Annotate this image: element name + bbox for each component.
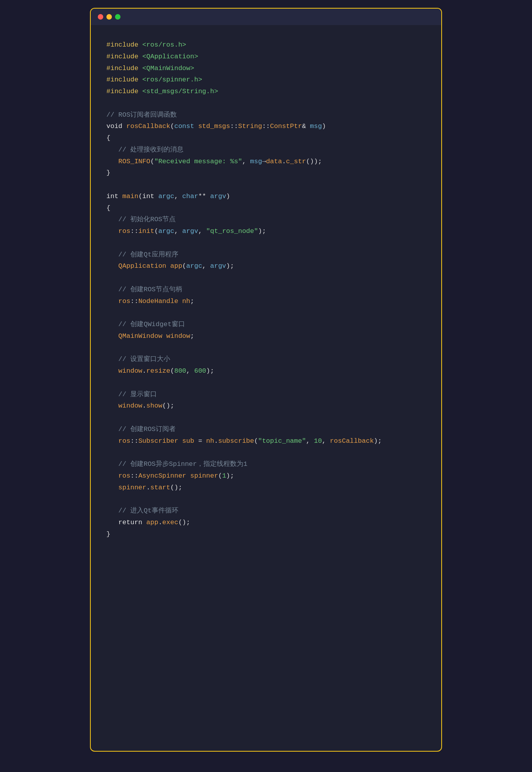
code-line: }	[106, 528, 426, 540]
code-line: // 进入Qt事件循环	[106, 505, 426, 517]
blank-line	[106, 97, 426, 109]
code-line: ros::NodeHandle nh;	[106, 296, 426, 307]
code-line: QMainWindow window;	[106, 330, 426, 342]
code-line: // 创建ROS订阅者	[106, 424, 426, 435]
code-line: // 显示窗口	[106, 389, 426, 400]
blank-line	[106, 493, 426, 505]
code-line: // ROS订阅者回调函数	[106, 109, 426, 121]
blank-line	[106, 377, 426, 389]
blank-line	[106, 237, 426, 249]
blank-line	[106, 412, 426, 424]
code-line: ros::init(argc, argv, "qt_ros_node");	[106, 225, 426, 237]
code-line: // 创建ROS节点句柄	[106, 284, 426, 296]
code-line: #include <ros/spinner.h>	[106, 74, 426, 86]
minimize-button[interactable]	[106, 14, 112, 20]
code-line: // 创建ROS异步Spinner，指定线程数为1	[106, 458, 426, 470]
blank-line	[106, 307, 426, 319]
code-line: #include <QApplication>	[106, 51, 426, 63]
code-line: ros::Subscriber sub = nh.subscribe("topi…	[106, 435, 426, 447]
code-line: return app.exec();	[106, 517, 426, 528]
blank-line	[106, 342, 426, 354]
close-button[interactable]	[98, 14, 103, 20]
code-line: window.show();	[106, 400, 426, 412]
code-line: // 创建Qt应用程序	[106, 249, 426, 261]
blank-line	[106, 447, 426, 458]
code-line: #include <std_msgs/String.h>	[106, 86, 426, 97]
code-line: // 初始化ROS节点	[106, 214, 426, 225]
blank-line	[106, 272, 426, 284]
blank-line	[106, 179, 426, 191]
code-line: int main(int argc, char** argv)	[106, 191, 426, 202]
code-line: spinner.start();	[106, 482, 426, 494]
code-line: ROS_INFO("Received message: %s", msg→dat…	[106, 156, 426, 168]
code-line: window.resize(800, 600);	[106, 365, 426, 377]
code-line: }	[106, 167, 426, 179]
code-window: #include <ros/ros.h> #include <QApplicat…	[90, 8, 442, 752]
code-line: {	[106, 132, 426, 144]
code-line: #include <QMainWindow>	[106, 63, 426, 74]
titlebar	[91, 9, 441, 25]
code-editor: #include <ros/ros.h> #include <QApplicat…	[91, 25, 441, 554]
code-line: QApplication app(argc, argv);	[106, 260, 426, 272]
code-line: // 设置窗口大小	[106, 354, 426, 365]
maximize-button[interactable]	[115, 14, 120, 20]
code-line: {	[106, 202, 426, 214]
code-line: void rosCallback(const std_msgs::String:…	[106, 121, 426, 132]
code-line: // 处理接收到的消息	[106, 144, 426, 156]
code-line: ros::AsyncSpinner spinner(1);	[106, 470, 426, 482]
code-line: #include <ros/ros.h>	[106, 39, 426, 51]
code-line: // 创建QWidget窗口	[106, 319, 426, 330]
